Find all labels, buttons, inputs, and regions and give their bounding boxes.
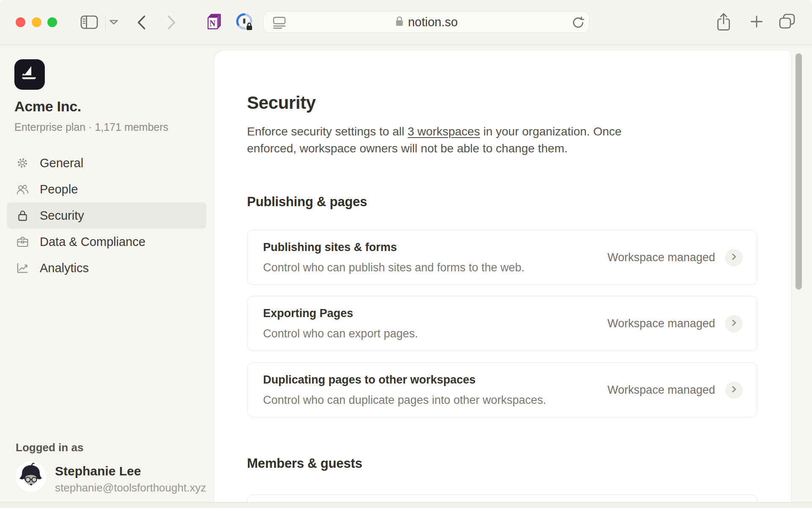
nav-item-people[interactable]: People — [7, 176, 206, 202]
card-description: Control who can publish sites and forms … — [263, 261, 524, 274]
chevron-right-icon — [730, 253, 738, 262]
back-button[interactable] — [136, 15, 146, 31]
chevron-down-icon — [109, 19, 118, 26]
card-description: Control who can export pages. — [263, 327, 418, 340]
user-name: Stephanie Lee — [55, 464, 141, 478]
zoom-window-button[interactable] — [47, 17, 57, 27]
reload-icon — [571, 16, 585, 30]
share-button[interactable] — [716, 12, 732, 33]
chart-icon — [16, 262, 29, 273]
nav-item-analytics[interactable]: Analytics — [7, 255, 206, 281]
card-title: Exporting Pages — [263, 307, 418, 320]
card-description: Control who can duplicate pages into oth… — [263, 394, 546, 407]
status-badge: Workspace managed — [607, 384, 715, 397]
status-badge: Workspace managed — [607, 251, 715, 264]
tab-overview-button[interactable] — [778, 13, 796, 31]
card-controls: Workspace managed — [607, 249, 743, 266]
nav-label: People — [40, 182, 78, 196]
setting-card-exporting-pages[interactable]: Exporting Pages Control who can export p… — [247, 296, 757, 351]
tab-overview-icon — [778, 13, 796, 31]
chevron-right-icon — [730, 319, 738, 328]
url-display: notion.so — [395, 15, 458, 29]
reload-button[interactable] — [571, 16, 585, 30]
plus-icon — [749, 14, 764, 30]
page-format-icon[interactable] — [273, 17, 286, 30]
window-bottom-edge — [0, 502, 812, 508]
nav-item-general[interactable]: General — [7, 150, 206, 176]
card-controls: Workspace managed — [607, 315, 743, 332]
address-bar[interactable]: notion.so — [263, 11, 590, 33]
card-title: Duplicating pages to other workspaces — [263, 373, 546, 387]
onepassword-extension-button[interactable] — [235, 12, 255, 33]
minimize-window-button[interactable] — [32, 17, 41, 27]
nav-label: Analytics — [40, 261, 89, 275]
workspaces-link[interactable]: 3 workspaces — [408, 125, 480, 138]
forward-icon — [167, 15, 177, 31]
section-heading-publishing: Publishing & pages — [247, 194, 367, 210]
people-icon — [16, 184, 29, 195]
nav-label: Security — [40, 209, 84, 223]
settings-nav: General People Security — [7, 150, 206, 281]
intro-paragraph: Enforce security settings to all 3 works… — [247, 123, 672, 157]
scrollbar-thumb[interactable] — [796, 53, 802, 290]
briefcase-icon — [16, 236, 29, 248]
card-controls: Workspace managed — [607, 381, 743, 399]
sidebar-menu-chevron-button[interactable] — [109, 19, 118, 26]
user-email: stephanie@toolsforthought.xyz — [55, 481, 206, 494]
card-text: Publishing sites & forms Control who can… — [263, 241, 524, 274]
toolbar-divider — [105, 15, 106, 30]
intro-text-before: Enforce security settings to all — [247, 125, 408, 138]
nav-item-security[interactable]: Security — [7, 202, 206, 229]
gear-icon — [16, 157, 29, 169]
share-icon — [716, 12, 732, 33]
card-text: Duplicating pages to other workspaces Co… — [263, 373, 546, 407]
forward-button[interactable] — [167, 15, 177, 31]
notion-extension-button[interactable]: N — [204, 12, 223, 33]
page-title: Security — [247, 93, 316, 113]
status-badge: Workspace managed — [607, 317, 715, 330]
setting-card-publishing-sites[interactable]: Publishing sites & forms Control who can… — [247, 230, 757, 285]
close-window-button[interactable] — [16, 17, 25, 27]
browser-toolbar: N — [0, 0, 812, 45]
new-tab-button[interactable] — [749, 14, 764, 30]
lock-icon — [16, 210, 29, 222]
onepassword-lock-icon — [235, 12, 255, 33]
nav-item-data-compliance[interactable]: Data & Compliance — [7, 229, 206, 255]
url-text: notion.so — [408, 15, 458, 29]
user-avatar — [16, 461, 46, 492]
safari-window: N — [0, 0, 812, 508]
sidebar-toggle-button[interactable] — [80, 15, 98, 30]
open-setting-button[interactable] — [725, 315, 743, 332]
sidebar-toggle-icon — [80, 15, 98, 30]
open-setting-button[interactable] — [725, 381, 743, 399]
nav-label: Data & Compliance — [40, 235, 145, 249]
sailboat-icon — [19, 64, 40, 86]
svg-text:N: N — [209, 19, 216, 28]
org-name: Acme Inc. — [14, 98, 81, 115]
back-icon — [136, 15, 146, 31]
padlock-icon — [395, 16, 404, 29]
section-heading-members: Members & guests — [247, 456, 362, 471]
main-content-panel: Security Enforce security settings to al… — [214, 50, 792, 508]
card-text: Exporting Pages Control who can export p… — [263, 307, 418, 340]
open-setting-button[interactable] — [725, 249, 743, 266]
org-meta: Enterprise plan · 1,171 members — [14, 121, 168, 133]
card-title: Publishing sites & forms — [263, 241, 524, 254]
logged-in-as-label: Logged in as — [16, 441, 83, 454]
notion-app-icon: N — [204, 12, 223, 33]
nav-label: General — [40, 156, 83, 170]
chevron-right-icon — [730, 386, 738, 394]
org-logo — [14, 59, 45, 90]
setting-card-duplicating-pages[interactable]: Duplicating pages to other workspaces Co… — [247, 362, 757, 417]
